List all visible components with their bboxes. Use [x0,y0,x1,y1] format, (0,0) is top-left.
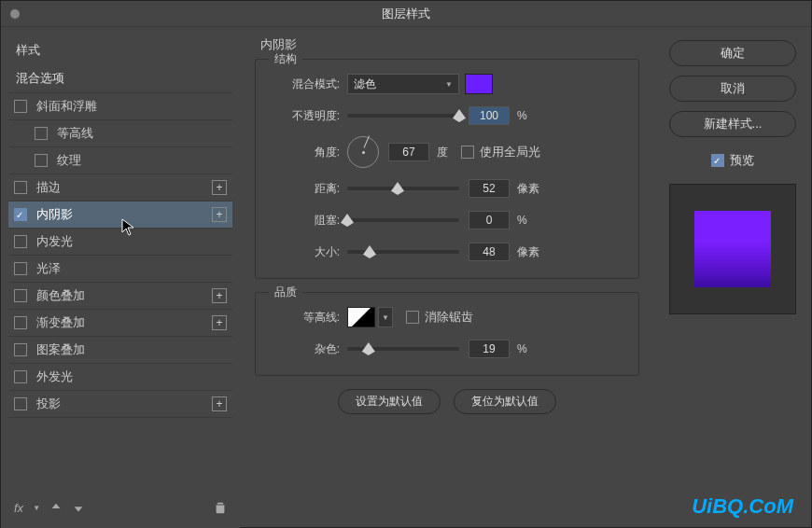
global-light-label: 使用全局光 [480,144,540,160]
opacity-label: 不透明度: [271,108,340,124]
style-item-1[interactable]: 等高线 [8,120,232,147]
dialog-content: 样式 混合选项 斜面和浮雕等高线纹理描边+内阴影+内发光光泽颜色叠加+渐变叠加+… [1,27,811,528]
blend-options[interactable]: 混合选项 [8,64,232,93]
blend-mode-dropdown[interactable]: 滤色 ▼ [347,74,459,94]
style-item-4[interactable]: 内阴影+ [8,201,232,229]
watermark: UiBQ.CoM [692,494,793,519]
style-item-7[interactable]: 颜色叠加+ [8,283,232,310]
size-input[interactable] [469,243,510,261]
fx-menu[interactable]: fx [14,501,23,515]
new-style-button[interactable]: 新建样式... [669,111,796,137]
size-row: 大小: 像素 [271,241,623,263]
antialias-checkbox[interactable] [406,311,419,324]
action-panel: 确定 取消 新建样式... 预览 [654,27,811,528]
blend-mode-row: 混合模式: 滤色 ▼ [271,73,623,95]
contour-label: 等高线: [271,310,340,326]
size-label: 大小: [271,244,340,260]
opacity-slider[interactable] [347,114,459,118]
arrow-up-icon[interactable] [49,501,63,514]
set-default-button[interactable]: 设置为默认值 [338,389,441,414]
angle-input[interactable] [388,143,429,161]
percent-unit: % [517,109,527,122]
style-checkbox[interactable] [14,397,27,410]
dialog-title: 图层样式 [382,6,430,22]
chevron-down-icon: ▼ [445,80,453,89]
style-checkbox[interactable] [14,262,27,275]
close-icon[interactable] [10,9,20,19]
contour-dropdown[interactable]: ▼ [378,307,393,327]
angle-label: 角度: [271,145,340,160]
style-item-9[interactable]: 图案叠加 [8,337,232,364]
noise-slider[interactable] [347,347,459,351]
style-checkbox[interactable] [14,289,27,302]
choke-input[interactable] [469,211,510,229]
reset-default-button[interactable]: 复位为默认值 [454,389,556,414]
color-swatch[interactable] [465,74,493,94]
opacity-row: 不透明度: % [271,104,623,127]
style-checkbox[interactable] [14,343,27,356]
preview-checkbox[interactable] [711,154,724,167]
style-checkbox[interactable] [14,316,27,329]
style-item-2[interactable]: 纹理 [8,147,232,174]
style-checkbox[interactable] [14,235,27,248]
ok-button[interactable]: 确定 [669,40,796,66]
style-label: 颜色叠加 [36,287,85,304]
add-icon[interactable]: + [212,180,227,195]
style-checkbox[interactable] [14,370,27,383]
style-label: 等高线 [57,125,93,142]
style-item-3[interactable]: 描边+ [8,174,232,201]
choke-slider[interactable] [347,218,459,222]
style-item-10[interactable]: 外发光 [8,364,232,391]
preview-swatch [694,211,771,287]
add-icon[interactable]: + [212,207,227,222]
style-checkbox[interactable] [35,127,48,140]
quality-legend: 品质 [269,285,302,300]
contour-swatch[interactable] [347,307,375,327]
style-item-6[interactable]: 光泽 [8,256,232,283]
style-label: 渐变叠加 [36,314,85,331]
settings-panel: 内阴影 结构 混合模式: 滤色 ▼ 不透明度: % [240,27,654,528]
antialias-label: 消除锯齿 [425,309,473,326]
arrow-down-icon[interactable] [72,501,85,514]
contour-row: 等高线: ▼ 消除锯齿 [271,306,623,328]
style-label: 投影 [36,396,61,412]
default-buttons: 设置为默认值 复位为默认值 [255,389,639,414]
style-label: 内阴影 [36,206,73,223]
styles-footer: fx ▼ [8,493,232,521]
preview-row: 预览 [711,152,754,169]
size-slider[interactable] [347,250,459,254]
style-checkbox[interactable] [14,208,27,221]
style-label: 描边 [36,179,61,196]
add-icon[interactable]: + [212,315,227,330]
add-icon[interactable]: + [212,396,227,411]
style-item-5[interactable]: 内发光 [8,229,232,256]
noise-input[interactable] [469,340,510,358]
style-label: 内发光 [36,233,73,250]
distance-input[interactable] [469,179,510,198]
style-label: 光泽 [36,260,61,277]
style-item-8[interactable]: 渐变叠加+ [8,310,232,337]
style-label: 外发光 [36,368,73,385]
style-checkbox[interactable] [14,181,27,194]
degree-unit: 度 [437,145,448,160]
cancel-button[interactable]: 取消 [669,76,796,102]
style-checkbox[interactable] [35,154,48,167]
blend-mode-label: 混合模式: [271,76,340,92]
trash-icon[interactable] [214,501,227,514]
noise-label: 杂色: [271,341,340,357]
style-checkbox[interactable] [14,100,27,113]
global-light-checkbox[interactable] [461,146,474,159]
add-icon[interactable]: + [212,288,227,303]
style-label: 斜面和浮雕 [36,98,97,115]
distance-row: 距离: 像素 [271,177,623,200]
style-item-11[interactable]: 投影+ [8,391,232,418]
distance-slider[interactable] [347,187,459,190]
noise-row: 杂色: % [271,338,623,360]
style-item-0[interactable]: 斜面和浮雕 [8,93,232,120]
style-label: 纹理 [57,152,81,169]
styles-panel: 样式 混合选项 斜面和浮雕等高线纹理描边+内阴影+内发光光泽颜色叠加+渐变叠加+… [1,27,240,528]
panel-title: 内阴影 [255,36,639,53]
angle-dial[interactable] [347,136,379,168]
opacity-input[interactable] [469,106,510,125]
chevron-down-icon[interactable]: ▼ [33,504,40,512]
